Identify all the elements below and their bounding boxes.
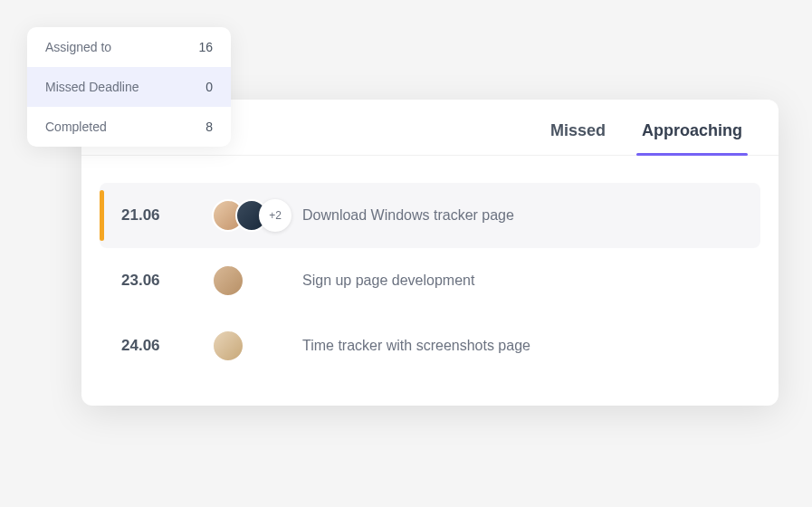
stats-value: 8 (205, 120, 213, 134)
task-title: Download Windows tracker page (302, 207, 739, 224)
stats-label: Assigned to (45, 40, 111, 54)
task-title: Sign up page development (302, 273, 739, 289)
task-row[interactable]: 21.06 +2 Download Windows tracker page (100, 183, 760, 248)
stats-value: 0 (205, 80, 213, 94)
stats-label: Missed Deadline (45, 80, 139, 94)
task-list: 21.06 +2 Download Windows tracker page 2… (81, 156, 779, 378)
stats-value: 16 (198, 40, 213, 54)
task-row[interactable]: 24.06 Time tracker with screenshots page (100, 313, 760, 378)
task-row[interactable]: 23.06 Sign up page development (100, 248, 760, 313)
task-date: 24.06 (121, 337, 185, 355)
stats-row-assigned[interactable]: Assigned to 16 (27, 27, 231, 67)
stats-row-completed[interactable]: Completed 8 (27, 107, 231, 147)
stats-label: Completed (45, 120, 107, 134)
avatar (212, 264, 244, 297)
task-title: Time tracker with screenshots page (302, 338, 739, 354)
avatar-group (212, 264, 275, 297)
avatar-more-count[interactable]: +2 (259, 199, 291, 232)
avatar (212, 330, 244, 362)
stats-card: Assigned to 16 Missed Deadline 0 Complet… (27, 27, 231, 147)
avatar-group (212, 330, 275, 362)
task-date: 23.06 (121, 272, 185, 290)
task-date: 21.06 (121, 206, 185, 225)
avatar-group: +2 (212, 199, 275, 232)
tab-approaching[interactable]: Approaching (642, 121, 742, 155)
stats-row-missed-deadline[interactable]: Missed Deadline 0 (27, 67, 231, 107)
tab-missed[interactable]: Missed (550, 121, 606, 155)
